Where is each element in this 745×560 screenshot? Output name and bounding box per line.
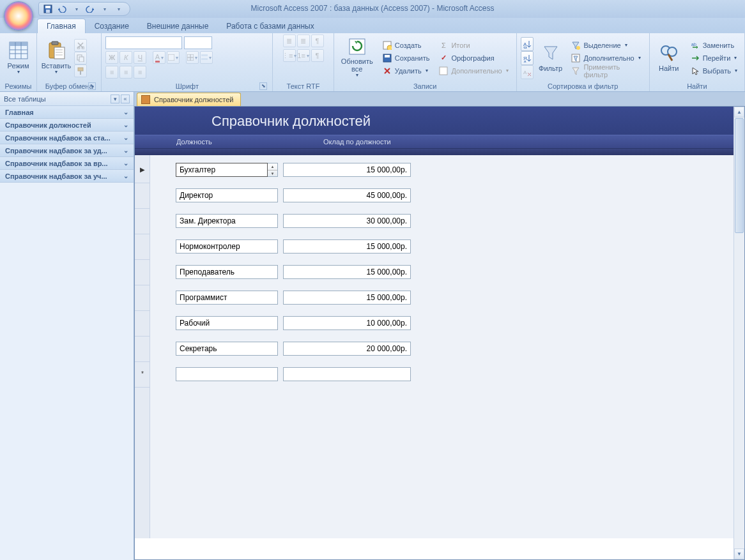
document-tab[interactable]: Справочник должностей bbox=[137, 93, 241, 106]
salary-field[interactable] bbox=[283, 316, 411, 330]
record-row[interactable] bbox=[150, 291, 744, 305]
selection-filter-button[interactable]: Выделение▾ bbox=[567, 39, 645, 52]
record-row[interactable] bbox=[150, 316, 744, 330]
delete-record-button[interactable]: Удалить▾ bbox=[379, 64, 433, 77]
find-button[interactable]: Найти bbox=[654, 37, 684, 79]
font-launcher-icon[interactable]: ⬊ bbox=[259, 82, 267, 90]
scroll-down-icon[interactable]: ▼ bbox=[734, 549, 744, 559]
font-size-combo[interactable] bbox=[184, 36, 212, 49]
salary-field[interactable] bbox=[283, 163, 411, 177]
filter-button[interactable]: Фильтр bbox=[536, 37, 565, 79]
font-color-button[interactable]: А bbox=[153, 51, 165, 64]
record-selector[interactable] bbox=[135, 259, 150, 285]
tab-dbtools[interactable]: Работа с базами данных bbox=[217, 19, 323, 33]
goto-button[interactable]: Перейти▾ bbox=[687, 52, 741, 64]
spin-down-icon[interactable]: ▼ bbox=[268, 170, 277, 177]
position-field[interactable] bbox=[176, 342, 278, 356]
gridlines-button[interactable] bbox=[186, 51, 199, 64]
record-selector[interactable] bbox=[135, 233, 150, 260]
clear-sort-button[interactable]: А bbox=[521, 65, 534, 79]
paste-button[interactable]: Вставить ▾ bbox=[41, 37, 72, 79]
sidebar-item-bonus2[interactable]: Справочник надбавок за уд...⌄ bbox=[0, 144, 134, 157]
position-field[interactable] bbox=[176, 239, 278, 254]
toggle-filter-button[interactable]: Применить фильтр bbox=[567, 64, 645, 77]
totals-button[interactable]: ΣИтоги bbox=[435, 39, 511, 52]
record-row[interactable] bbox=[150, 342, 744, 356]
bullets-button[interactable]: ⋮≡ bbox=[283, 49, 296, 62]
undo-menu-icon[interactable] bbox=[71, 4, 81, 14]
sidebar-item-bonus3[interactable]: Справочник надбавок за вр...⌄ bbox=[0, 157, 134, 170]
spin-up-icon[interactable]: ▲ bbox=[268, 163, 277, 170]
vertical-scrollbar[interactable]: ▲ ▼ bbox=[733, 107, 744, 559]
record-row[interactable] bbox=[150, 188, 744, 202]
position-field[interactable] bbox=[176, 291, 278, 305]
nav-collapse-icon[interactable]: « bbox=[121, 95, 130, 103]
record-selector[interactable] bbox=[135, 310, 150, 337]
position-field[interactable] bbox=[176, 367, 278, 381]
record-row[interactable]: ▶ ▲▼ bbox=[150, 163, 744, 177]
align-right-button[interactable]: ≡ bbox=[134, 66, 146, 79]
record-row[interactable] bbox=[150, 239, 744, 254]
office-button[interactable] bbox=[4, 1, 33, 31]
scroll-up-icon[interactable]: ▲ bbox=[734, 107, 744, 117]
save-icon[interactable] bbox=[43, 4, 53, 14]
more-records-button[interactable]: Дополнительно▾ bbox=[435, 64, 511, 77]
new-record-button[interactable]: Создать bbox=[379, 39, 433, 52]
tab-home[interactable]: Главная bbox=[37, 19, 86, 33]
salary-field[interactable] bbox=[283, 265, 411, 279]
align-left-button[interactable]: ≡ bbox=[105, 66, 118, 79]
advanced-filter-button[interactable]: Дополнительно▾ bbox=[567, 52, 645, 64]
nav-dropdown-icon[interactable]: ▾ bbox=[111, 95, 119, 103]
rtl-button[interactable]: ¶ bbox=[311, 49, 324, 62]
indent-dec-button[interactable]: ≣ bbox=[283, 34, 296, 47]
indent-inc-button[interactable]: ≣ bbox=[297, 34, 310, 47]
view-button[interactable]: Режим ▾ bbox=[4, 37, 33, 79]
record-selector[interactable] bbox=[135, 182, 150, 209]
sort-asc-button[interactable]: АЯ bbox=[521, 37, 534, 51]
record-selector[interactable] bbox=[135, 208, 150, 234]
sidebar-item-bonus1[interactable]: Справочник надбавок за ста...⌄ bbox=[0, 132, 134, 144]
new-record-row[interactable]: * bbox=[150, 367, 744, 381]
salary-field[interactable] bbox=[283, 291, 411, 305]
sidebar-item-bonus4[interactable]: Справочник надбавок за уч...⌄ bbox=[0, 170, 134, 183]
salary-field[interactable] bbox=[283, 367, 411, 381]
save-record-button[interactable]: Сохранить bbox=[379, 52, 433, 64]
format-painter-button[interactable] bbox=[74, 64, 87, 77]
numbering-button[interactable]: 1≡ bbox=[297, 49, 310, 62]
sort-desc-button[interactable]: ЯА bbox=[521, 51, 534, 65]
redo-icon[interactable] bbox=[85, 4, 95, 14]
select-button[interactable]: Выбрать▾ bbox=[687, 64, 741, 77]
underline-button[interactable]: Ч bbox=[134, 51, 146, 64]
undo-icon[interactable] bbox=[57, 4, 67, 14]
highlight-button[interactable] bbox=[167, 51, 180, 64]
new-record-selector[interactable]: * bbox=[135, 361, 150, 388]
refresh-all-button[interactable]: Обновить все ▾ bbox=[338, 37, 376, 79]
record-row[interactable] bbox=[150, 265, 744, 279]
replace-button[interactable]: abЗаменить bbox=[687, 39, 741, 52]
salary-field[interactable] bbox=[283, 214, 411, 228]
font-name-combo[interactable] bbox=[105, 36, 182, 49]
redo-menu-icon[interactable] bbox=[99, 4, 109, 14]
position-field[interactable] bbox=[176, 214, 278, 228]
salary-field[interactable] bbox=[283, 239, 411, 254]
qat-customize-icon[interactable] bbox=[113, 4, 123, 14]
salary-field[interactable] bbox=[283, 342, 411, 356]
tab-create[interactable]: Создание bbox=[86, 19, 138, 33]
salary-field[interactable] bbox=[283, 188, 411, 202]
position-field[interactable] bbox=[176, 265, 278, 279]
spinner-control[interactable]: ▲▼ bbox=[268, 163, 278, 177]
record-selector[interactable] bbox=[135, 335, 150, 362]
scroll-thumb[interactable] bbox=[735, 118, 744, 233]
bold-button[interactable]: Ж bbox=[105, 51, 118, 64]
cut-button[interactable] bbox=[74, 39, 87, 52]
clipboard-launcher-icon[interactable]: ⬊ bbox=[88, 82, 96, 90]
altrow-button[interactable] bbox=[200, 51, 213, 64]
copy-button[interactable] bbox=[74, 52, 87, 64]
sidebar-item-positions[interactable]: Справочник должностей⌄ bbox=[0, 119, 134, 132]
italic-button[interactable]: К bbox=[119, 51, 132, 64]
position-field[interactable] bbox=[176, 188, 278, 202]
align-center-button[interactable]: ≡ bbox=[119, 66, 132, 79]
nav-header[interactable]: Все таблицы ▾ « bbox=[0, 92, 134, 106]
sidebar-item-main[interactable]: Главная⌄ bbox=[0, 106, 134, 119]
record-row[interactable] bbox=[150, 214, 744, 228]
